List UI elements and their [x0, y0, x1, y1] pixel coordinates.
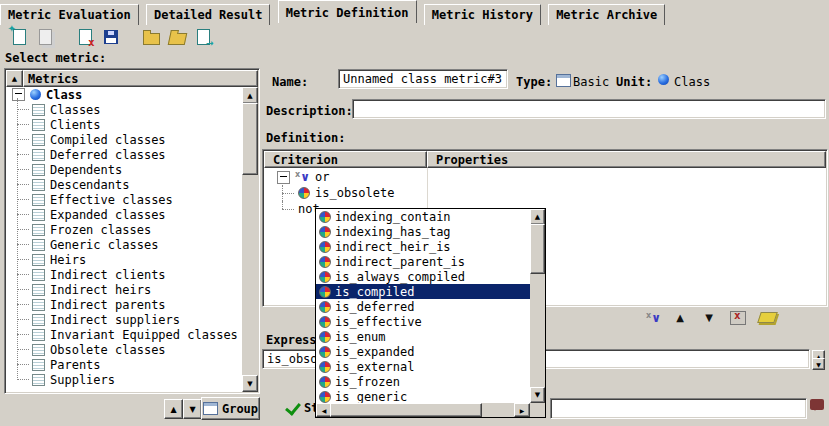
scroll-thumb[interactable] — [530, 224, 545, 274]
metric-tree-item[interactable]: Frozen classes — [6, 222, 242, 237]
expression-scrollbar[interactable]: ▲ ▼ — [812, 350, 825, 370]
move-criterion-up-button[interactable]: ▲ — [669, 308, 691, 327]
dropdown-horizontal-scrollbar[interactable]: ◀ ▶ — [316, 403, 530, 417]
swap-criterion-button[interactable]: ∨ — [640, 308, 662, 327]
criterion-option[interactable]: is_deferred — [316, 299, 530, 314]
group-icon — [203, 402, 218, 415]
sort-button[interactable]: ▲ — [6, 70, 23, 87]
basic-type-icon — [556, 74, 571, 87]
criterion-icon — [319, 316, 331, 328]
tab[interactable]: Metric Archive — [548, 4, 665, 25]
metric-tree-item-label: Indirect parents — [50, 298, 166, 312]
save-metric-button[interactable] — [98, 26, 124, 48]
comment-button[interactable] — [810, 399, 824, 410]
scroll-up-button[interactable]: ▲ — [530, 209, 545, 225]
metric-tree: Class Classes Clients — [6, 87, 242, 392]
copy-metric-button[interactable] — [32, 26, 58, 48]
metric-tree-item[interactable]: Suppliers — [6, 372, 242, 387]
metric-tree-item[interactable]: Classes — [6, 102, 242, 117]
metric-tree-item-label: Parents — [50, 358, 101, 372]
criterion-option[interactable]: indirect_parent_is — [316, 254, 530, 269]
criterion-option[interactable]: indexing_has_tag — [316, 224, 530, 239]
metric-icon — [32, 149, 45, 161]
criterion-option[interactable]: indirect_heir_is — [316, 239, 530, 254]
delete-criterion-button[interactable] — [727, 308, 749, 327]
metric-tree-item[interactable]: Dependents — [6, 162, 242, 177]
criterion-option-list: indexing_contain indexing_has_tag indire… — [316, 209, 530, 403]
metric-tree-item[interactable]: Indirect heirs — [6, 282, 242, 297]
collapse-icon[interactable] — [12, 88, 25, 101]
scroll-right-button[interactable]: ▶ — [514, 403, 530, 417]
criterion-option[interactable]: is_always_compiled — [316, 269, 530, 284]
move-metric-down-button[interactable]: ▼ — [183, 399, 202, 419]
scroll-thumb[interactable] — [330, 403, 482, 417]
main-toolbar — [6, 26, 216, 48]
properties-column-header[interactable]: Properties — [427, 151, 826, 168]
new-metric-icon — [13, 29, 26, 45]
metric-tree-header[interactable]: ▲ Metrics — [6, 70, 258, 87]
criterion-option[interactable]: indexing_contain — [316, 209, 530, 224]
criterion-option-label: is_expanded — [335, 345, 414, 359]
criterion-option[interactable]: is_enum — [316, 329, 530, 344]
criterion-option[interactable]: is_compiled — [316, 284, 530, 299]
import-metrics-button[interactable] — [138, 26, 164, 48]
name-input[interactable] — [338, 69, 508, 89]
tab-label: Metric History — [432, 8, 533, 22]
move-metric-up-button[interactable]: ▲ — [164, 399, 183, 419]
metric-tree-item[interactable]: Descendants — [6, 177, 242, 192]
metric-tree-item-label: Heirs — [50, 253, 86, 267]
scroll-down-button[interactable]: ▼ — [530, 387, 545, 403]
criterion-column-header[interactable]: Criterion — [264, 151, 427, 168]
collapse-icon[interactable] — [277, 171, 290, 184]
metric-tree-item[interactable]: Generic classes — [6, 237, 242, 252]
new-metric-button[interactable] — [6, 26, 32, 48]
scroll-down-button[interactable]: ▼ — [812, 358, 825, 370]
metric-tree-item[interactable]: Compiled classes — [6, 132, 242, 147]
metric-tree-item-label: Frozen classes — [50, 223, 151, 237]
metric-tree-item[interactable]: Clients — [6, 117, 242, 132]
metric-tree-item[interactable]: Parents — [6, 357, 242, 372]
tab-label: Metric Archive — [556, 8, 657, 22]
metric-tree-item[interactable]: Invariant Equipped classes — [6, 327, 242, 342]
criterion-option[interactable]: is_generic — [316, 389, 530, 403]
metric-tree-item-label: Indirect suppliers — [50, 313, 180, 327]
group-button[interactable]: Group — [201, 397, 260, 420]
criterion-option[interactable]: is_expanded — [316, 344, 530, 359]
definition-row-or[interactable]: ∨ or — [264, 169, 826, 185]
dropdown-vertical-scrollbar[interactable]: ▲ ▼ — [530, 209, 545, 403]
metric-tree-item-label: Deferred classes — [50, 148, 166, 162]
criterion-option[interactable]: is_frozen — [316, 374, 530, 389]
metric-tree-item[interactable]: Indirect parents — [6, 297, 242, 312]
metric-tree-item[interactable]: Deferred classes — [6, 147, 242, 162]
criterion-icon — [319, 346, 331, 358]
criterion-option[interactable]: is_external — [316, 359, 530, 374]
scroll-down-button[interactable]: ▼ — [242, 375, 258, 392]
delete-metric-button[interactable] — [72, 26, 98, 48]
scroll-thumb[interactable] — [242, 103, 258, 175]
metric-tree-header-label[interactable]: Metrics — [23, 70, 258, 87]
tree-root-class[interactable]: Class — [6, 87, 242, 102]
description-input[interactable] — [352, 99, 826, 119]
save-icon — [104, 30, 118, 44]
metric-tree-item[interactable]: Effective classes — [6, 192, 242, 207]
comment-field[interactable] — [550, 398, 807, 419]
tab[interactable]: Detailed Result — [146, 4, 270, 25]
criterion-dropdown: indexing_contain indexing_has_tag indire… — [315, 208, 546, 418]
metric-tree-item[interactable]: Expanded classes — [6, 207, 242, 222]
tab[interactable]: Metric History — [424, 4, 541, 25]
metric-tree-item[interactable]: Heirs — [6, 252, 242, 267]
metric-tree-item[interactable]: Indirect clients — [6, 267, 242, 282]
scroll-up-button[interactable]: ▲ — [242, 87, 258, 104]
metric-tree-item[interactable]: Indirect suppliers — [6, 312, 242, 327]
definition-row-is-obsolete[interactable]: is_obsolete — [264, 185, 826, 201]
open-metric-file-button[interactable] — [164, 26, 190, 48]
tab[interactable]: Metric Evaluation — [0, 4, 139, 25]
tab[interactable]: Metric Definition — [278, 0, 417, 23]
metric-tree-item-label: Dependents — [50, 163, 122, 177]
clear-definition-button[interactable] — [756, 308, 778, 327]
metric-tree-item[interactable]: Obsolete classes — [6, 342, 242, 357]
move-criterion-down-button[interactable]: ▼ — [698, 308, 720, 327]
export-metrics-button[interactable] — [190, 26, 216, 48]
tree-scrollbar[interactable]: ▲ ▼ — [242, 87, 258, 392]
criterion-option[interactable]: is_effective — [316, 314, 530, 329]
